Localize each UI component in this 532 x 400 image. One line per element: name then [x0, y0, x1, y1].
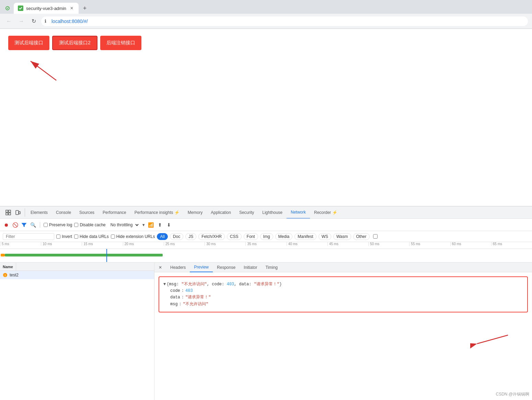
tick-50ms: 50 ms	[368, 242, 409, 246]
tab-memory[interactable]: Memory	[184, 206, 207, 219]
info-icon: ℹ	[45, 19, 46, 24]
preserve-log-checkbox[interactable]	[44, 223, 48, 227]
tab-performance-insights[interactable]: Performance insights ⚡	[130, 206, 184, 219]
tab-headers[interactable]: Headers	[166, 263, 190, 272]
new-tab-btn[interactable]: +	[80, 3, 90, 13]
hide-data-urls-label[interactable]: Hide data URLs	[74, 234, 109, 239]
back-btn[interactable]: ←	[4, 16, 14, 26]
tab-favicon	[18, 5, 23, 11]
tab-security[interactable]: Security	[235, 206, 258, 219]
tick-20ms: 20 ms	[123, 242, 164, 246]
tab-preview[interactable]: Preview	[190, 263, 213, 272]
export-icon[interactable]: ⬇	[165, 221, 172, 228]
svg-rect-6	[6, 213, 8, 215]
filter-fetch-btn[interactable]: Fetch/XHR	[198, 233, 225, 240]
svg-rect-5	[9, 210, 11, 212]
tick-10ms: 10 ms	[41, 242, 82, 246]
logout-api-btn[interactable]: 后端注销接口	[100, 36, 141, 50]
filter-font-btn[interactable]: Font	[244, 233, 258, 240]
tree-code-line: code : 403	[170, 288, 523, 294]
row-icon: !	[3, 273, 8, 277]
network-toolbar: ⏺ 🚫 🔍 Preserve log Disable cache No thro…	[0, 219, 532, 231]
timeline: 5 ms 10 ms 15 ms 20 ms 25 ms 30 ms 35 ms…	[0, 242, 532, 263]
detail-tabs: ✕ Headers Preview Response Initiator Tim…	[154, 263, 532, 272]
tab-close-btn[interactable]: ✕	[69, 5, 74, 11]
import-icon[interactable]: ⬆	[157, 221, 163, 228]
filter-manifest-btn[interactable]: Manifest	[294, 233, 316, 240]
arrow-svg	[8, 57, 77, 84]
disable-cache-checkbox[interactable]	[74, 223, 78, 227]
page-body: 测试后端接口 测试后端接口2 后端注销接口	[0, 29, 532, 206]
test-api-btn-2[interactable]: 测试后端接口2	[52, 36, 97, 50]
invert-checkbox[interactable]	[56, 235, 60, 239]
tab-elements[interactable]: Elements	[26, 206, 52, 219]
filter-img-btn[interactable]: Img	[260, 233, 273, 240]
tab-bar: security-vue3-admin ✕ +	[0, 0, 532, 14]
tick-55ms: 55 ms	[409, 242, 450, 246]
test-api-btn-1[interactable]: 测试后端接口	[8, 36, 49, 50]
filter-all-btn[interactable]: All	[157, 233, 167, 240]
throttle-select[interactable]: No throttling	[108, 221, 140, 228]
preview-tree: ▼ { msg: "不允许访问", code: 403, data: "请求异常…	[162, 280, 524, 309]
tick-65ms: 65 ms	[491, 242, 532, 246]
close-detail-btn[interactable]: ✕	[154, 263, 166, 272]
filter-ws-btn[interactable]: WS	[319, 233, 331, 240]
tick-5ms: 5 ms	[0, 242, 41, 246]
tab-response[interactable]: Response	[213, 263, 240, 272]
hide-data-urls-checkbox[interactable]	[74, 235, 78, 239]
preserve-log-label[interactable]: Preserve log	[44, 222, 72, 227]
tick-35ms: 35 ms	[245, 242, 286, 246]
filter-css-btn[interactable]: CSS	[227, 233, 242, 240]
tab-application[interactable]: Application	[207, 206, 235, 219]
tab-initiator[interactable]: Initiator	[240, 263, 261, 272]
device-icon[interactable]	[14, 208, 22, 217]
search-icon-btn[interactable]: 🔍	[30, 221, 36, 228]
disable-cache-label[interactable]: Disable cache	[74, 222, 105, 227]
tab-recorder[interactable]: Recorder ⚡	[310, 206, 342, 219]
active-tab[interactable]: security-vue3-admin ✕	[14, 3, 79, 14]
invert-label[interactable]: Invert	[56, 234, 72, 239]
inspect-icon[interactable]	[4, 208, 12, 217]
network-main: Name ! test2 ✕ Headers Pr	[0, 263, 532, 400]
row-name: test2	[10, 273, 19, 277]
tab-performance[interactable]: Performance	[99, 206, 130, 219]
tab-network[interactable]: Network	[287, 206, 310, 219]
reload-btn[interactable]: ↻	[29, 16, 38, 26]
network-name-panel: Name ! test2	[0, 263, 154, 400]
tab-lighthouse[interactable]: Lighthouse	[258, 206, 287, 219]
forward-btn[interactable]: →	[16, 16, 26, 26]
address-input[interactable]	[41, 16, 528, 26]
filter-checkbox[interactable]	[373, 234, 378, 239]
tick-60ms: 60 ms	[450, 242, 491, 246]
browser-menu-btn[interactable]	[3, 3, 12, 13]
filter-js-btn[interactable]: JS	[185, 233, 196, 240]
tree-toggle[interactable]: ▼	[163, 281, 166, 288]
tree-data-line: data : "请求异常！"	[170, 294, 523, 301]
hide-ext-urls-checkbox[interactable]	[111, 235, 115, 239]
tab-sources[interactable]: Sources	[75, 206, 99, 219]
wifi-icon[interactable]: 📶	[148, 221, 154, 228]
devtools-left-icons	[1, 208, 25, 217]
filter-icon-btn[interactable]	[21, 221, 27, 228]
tree-summary-text: msg: "不允许访问", code: 403, data: "请求异常！"	[169, 281, 279, 288]
filter-input[interactable]	[3, 233, 54, 240]
name-header-cell: Name	[0, 263, 16, 271]
tab-console[interactable]: Console	[52, 206, 75, 219]
response-arrow	[470, 330, 511, 352]
filter-other-btn[interactable]: Other	[353, 233, 370, 240]
filter-doc-btn[interactable]: Doc	[170, 233, 183, 240]
tick-45ms: 45 ms	[327, 242, 368, 246]
arrow-annotation	[8, 57, 524, 84]
filter-wasm-btn[interactable]: Wasm	[333, 233, 351, 240]
devtools-panel: Elements Console Sources Performance Per…	[0, 206, 532, 400]
filter-media-btn[interactable]: Media	[275, 233, 293, 240]
hide-ext-urls-label[interactable]: Hide extension URLs	[111, 234, 155, 239]
tick-15ms: 15 ms	[82, 242, 123, 246]
table-row[interactable]: ! test2	[0, 271, 154, 279]
record-btn[interactable]: ⏺	[3, 221, 10, 228]
clear-btn[interactable]: 🚫	[12, 221, 19, 228]
address-wrapper: ℹ	[41, 16, 528, 26]
tab-timing[interactable]: Timing	[261, 263, 282, 272]
svg-line-13	[477, 335, 508, 344]
timeline-bar-area	[0, 249, 532, 262]
